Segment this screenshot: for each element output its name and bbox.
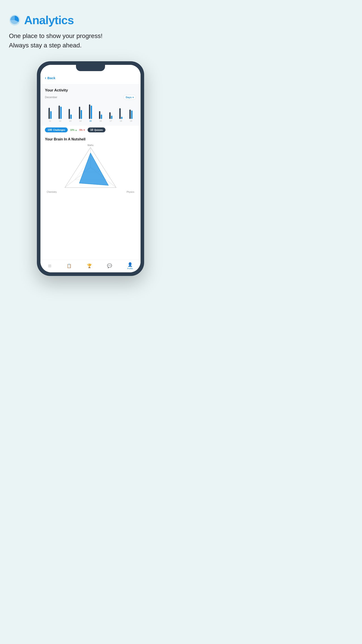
nav-profile[interactable]: 👤 Profile (127, 262, 133, 270)
days-dropdown[interactable]: Days ▾ (123, 95, 136, 100)
bar-blue-14 (81, 110, 82, 119)
bar-blue-19 (131, 110, 132, 119)
bar-group-19: 19 (127, 103, 135, 122)
bar-blue-18 (121, 117, 122, 119)
chat-icon: 💬 (107, 264, 112, 268)
phone-notch (76, 65, 105, 71)
bar-label-17: 17 (110, 120, 112, 122)
bar-label-13: 13 (69, 120, 71, 122)
activity-header: December Days ▾ (45, 95, 136, 100)
page-container: Analytics One place to show your progres… (0, 0, 181, 285)
phone-screen: ‹ Back Your Activity December Days ▾ (40, 65, 141, 272)
bar-blue-12 (60, 107, 62, 119)
change1-value: 10% (70, 129, 74, 131)
bar-blue-16 (101, 114, 102, 119)
brain-title: Your Brain In A Nutshell (45, 137, 136, 141)
page-header: Analytics (9, 14, 74, 27)
change1-indicator: 10% ▲ (70, 129, 77, 131)
nav-achievements[interactable]: 🏆 (87, 264, 92, 268)
lessons-icon: 📋 (67, 264, 71, 268)
bar-group-12: 12 (56, 103, 64, 122)
analytics-icon (9, 14, 20, 26)
bar-label-14: 14 (79, 120, 81, 122)
radar-label-chemistry: Chemistry (47, 191, 57, 193)
brain-section: Your Brain In A Nutshell Maths (40, 134, 141, 196)
challenges-label: Challenges (53, 129, 65, 131)
bar-dark-18 (119, 108, 121, 119)
activity-section: Your Activity December Days ▾ (40, 84, 141, 126)
phone-mockup: ‹ Back Your Activity December Days ▾ (37, 61, 144, 276)
bar-dark-17 (109, 112, 111, 119)
bar-blue-13 (70, 114, 72, 119)
challenges-count: 100 (48, 128, 52, 132)
bar-dark-19 (129, 110, 131, 119)
bar-dark-13 (69, 109, 70, 119)
activity-title: Your Activity (45, 88, 136, 92)
bar-blue-17 (111, 116, 112, 119)
days-label: Days (126, 96, 132, 98)
month-label: December (45, 96, 57, 99)
bar-group-17: 17 (107, 103, 115, 122)
back-chevron-icon: ‹ (45, 76, 46, 80)
trophy-icon: 🏆 (87, 264, 92, 268)
profile-nav-label: Profile (127, 268, 133, 270)
profile-icon: 👤 (128, 262, 132, 267)
bar-group-14: 14 (76, 103, 84, 122)
challenges-badge: 100 Challenges (45, 128, 68, 132)
change1-arrow-icon: ▲ (75, 129, 77, 131)
bottom-nav: ⊞ 📋 🏆 💬 👤 Profile (40, 260, 141, 272)
bar-blue-15 (91, 106, 92, 119)
bar-label-12: 12 (59, 120, 61, 122)
home-icon: ⊞ (48, 264, 51, 268)
stats-row: 100 Challenges 10% ▲ 5% ▼ 10 (45, 128, 136, 132)
bar-group-11: 11 (46, 103, 54, 122)
back-button[interactable]: ‹ Back (45, 76, 136, 80)
screen-content: ‹ Back Your Activity December Days ▾ (40, 65, 141, 260)
quizzes-count: 10 (90, 128, 93, 132)
page-subtitle: One place to show your progress! Always … (9, 31, 103, 50)
bar-dark-12 (58, 106, 60, 119)
change2-value: 5% (79, 129, 82, 131)
bar-dark-14 (79, 107, 80, 119)
radar-chart-container: Maths (45, 144, 136, 193)
quizzes-label: Quizzes (94, 129, 103, 131)
nav-lessons[interactable]: 📋 (67, 264, 71, 268)
back-label: Back (47, 76, 55, 80)
bar-dark-11 (48, 108, 50, 119)
bar-dark-15 (89, 104, 90, 119)
bar-blue-11 (50, 111, 52, 119)
quizzes-badge: 10 Quizzes (88, 128, 105, 132)
bar-label-19: 19 (130, 120, 132, 122)
nav-chat[interactable]: 💬 (107, 264, 112, 268)
radar-chart (61, 144, 120, 193)
bar-label-11: 11 (49, 120, 51, 122)
bar-group-18: 18 (117, 103, 125, 122)
bar-dark-16 (99, 111, 100, 119)
change2-indicator: 5% ▼ (79, 129, 85, 131)
bar-label-18: 18 (120, 120, 122, 122)
radar-label-maths: Maths (87, 144, 93, 146)
radar-label-physics: Physics (127, 191, 134, 193)
nav-home[interactable]: ⊞ (48, 264, 51, 268)
phone-wrapper: ‹ Back Your Activity December Days ▾ (9, 61, 172, 276)
chevron-down-icon: ▾ (132, 96, 134, 98)
bar-label-16: 16 (99, 120, 102, 122)
page-title: Analytics (24, 14, 74, 27)
change2-arrow-icon: ▼ (83, 129, 85, 131)
bar-label-15: 15 (89, 120, 92, 122)
bar-chart: 11 12 (45, 102, 136, 122)
bar-group-13: 13 (66, 103, 74, 122)
bar-group-15: 15 (86, 103, 94, 122)
bar-group-16: 16 (96, 103, 105, 122)
